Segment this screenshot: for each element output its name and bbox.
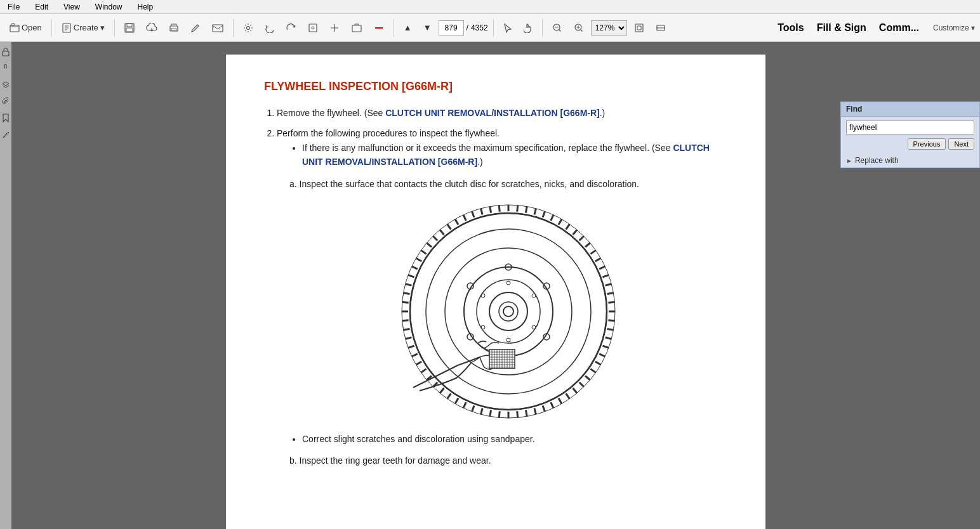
svg-point-97 xyxy=(489,292,527,330)
svg-line-78 xyxy=(406,284,412,285)
print-icon xyxy=(169,23,179,33)
replace-arrow-icon: ► xyxy=(846,157,852,164)
svg-line-62 xyxy=(463,402,466,408)
pdf-page[interactable]: FLYWHEEL INSPECTION [G66M-R] Remove the … xyxy=(11,42,980,529)
open-button[interactable]: Open xyxy=(5,20,46,36)
sidebar-lock-icon[interactable] xyxy=(1,44,11,60)
toolbar: Open Create ▾ xyxy=(0,14,980,42)
redo-icon xyxy=(286,23,296,33)
svg-line-83 xyxy=(427,243,432,247)
svg-line-33 xyxy=(595,258,601,261)
undo-button[interactable] xyxy=(260,20,279,36)
fit-page-button[interactable] xyxy=(630,20,649,36)
sidebar-layers-icon[interactable] xyxy=(1,77,11,93)
svg-line-77 xyxy=(404,293,410,294)
step-2: Perform the following procedures to insp… xyxy=(277,126,727,467)
action-button3[interactable] xyxy=(347,20,367,36)
zoom-out-button[interactable] xyxy=(548,20,567,36)
tab-fill-sign[interactable]: Fill & Sign xyxy=(811,20,873,36)
zoom-in-icon xyxy=(574,23,584,33)
reduce-button[interactable] xyxy=(369,20,388,36)
next-button[interactable]: Next xyxy=(948,138,974,150)
svg-line-43 xyxy=(602,346,608,348)
bullet-1: If there is any malfunction or it exceed… xyxy=(302,141,727,169)
email-icon xyxy=(212,23,223,33)
svg-line-48 xyxy=(579,382,584,387)
cloud-save-button[interactable] xyxy=(142,20,162,36)
svg-line-91 xyxy=(490,207,491,213)
svg-line-47 xyxy=(585,376,590,380)
redo-button[interactable] xyxy=(282,20,301,36)
step1-link[interactable]: CLUTCH UNIT REMOVAL/INSTALLATION [G66M-R… xyxy=(385,108,600,118)
customize-label[interactable]: Customize ▾ xyxy=(933,23,975,32)
undo-icon xyxy=(265,23,275,33)
page-content: FLYWHEEL INSPECTION [G66M-R] Remove the … xyxy=(226,55,765,529)
numbered-list: Remove the flywheel. (See CLUTCH UNIT RE… xyxy=(264,106,727,468)
fit-page-icon xyxy=(634,23,644,33)
svg-line-71 xyxy=(408,346,414,348)
save-icon xyxy=(124,23,135,33)
svg-rect-10 xyxy=(309,24,317,32)
zoom-in-button[interactable] xyxy=(569,20,588,36)
svg-line-79 xyxy=(408,275,414,277)
sub-b-label: b. xyxy=(289,455,297,466)
edit-button[interactable] xyxy=(186,20,205,36)
action-button1[interactable] xyxy=(303,20,322,36)
sidebar-hand-icon[interactable] xyxy=(1,61,11,76)
sub-a-text: Inspect the surface that contacts the cl… xyxy=(300,179,639,189)
svg-line-51 xyxy=(559,398,562,404)
save-button[interactable] xyxy=(120,20,139,36)
tab-tools[interactable]: Tools xyxy=(771,20,810,36)
svg-line-34 xyxy=(599,266,605,269)
prev-page-button[interactable]: ▲ xyxy=(399,20,416,36)
svg-line-88 xyxy=(463,215,466,221)
sidebar-attachment-icon[interactable] xyxy=(1,94,11,109)
menu-edit[interactable]: Edit xyxy=(32,1,51,13)
previous-button[interactable]: Previous xyxy=(908,138,946,150)
sep2 xyxy=(114,19,115,37)
select-tool-button[interactable] xyxy=(499,20,517,36)
zoom-select[interactable]: 127% 100% 75% 150% xyxy=(591,20,627,36)
bullet-list-1: If there is any malfunction or it exceed… xyxy=(277,141,727,169)
svg-line-30 xyxy=(579,236,584,240)
svg-line-86 xyxy=(447,224,451,229)
svg-line-54 xyxy=(534,408,536,415)
hand-tool-button[interactable] xyxy=(519,20,537,36)
fit-width-icon xyxy=(656,23,666,33)
svg-line-90 xyxy=(481,209,483,215)
menu-help[interactable]: Help xyxy=(135,1,156,13)
replace-row[interactable]: ► Replace with xyxy=(841,153,979,167)
menu-window[interactable]: Window xyxy=(93,1,125,13)
print-button[interactable] xyxy=(164,20,183,36)
sub-section-a: a. Inspect the surface that contacts the… xyxy=(289,177,727,191)
tab-comment[interactable]: Comm... xyxy=(873,20,925,36)
create-button[interactable]: Create ▾ xyxy=(57,20,109,36)
svg-line-44 xyxy=(599,354,605,356)
sidebar-bookmark-icon[interactable] xyxy=(1,110,11,126)
settings-button[interactable] xyxy=(239,20,258,36)
email-button[interactable] xyxy=(208,20,228,36)
svg-point-99 xyxy=(503,306,513,317)
bullet-2: Correct slight scratches and discolorati… xyxy=(302,432,727,446)
action-button2[interactable] xyxy=(325,20,344,36)
flywheel-diagram xyxy=(381,204,623,419)
step1-end: .) xyxy=(600,108,606,118)
page-number-input[interactable] xyxy=(439,20,464,36)
svg-point-111 xyxy=(481,294,485,297)
settings-icon xyxy=(243,23,253,33)
svg-point-108 xyxy=(532,325,536,329)
svg-line-64 xyxy=(447,393,451,398)
open-icon xyxy=(10,23,20,33)
svg-line-40 xyxy=(608,320,614,321)
fit-width-button[interactable] xyxy=(651,20,670,36)
action-icon2 xyxy=(329,23,340,33)
menu-file[interactable]: File xyxy=(5,1,22,13)
sidebar-pen-icon[interactable] xyxy=(1,127,11,142)
svg-rect-12 xyxy=(352,25,361,32)
find-input[interactable] xyxy=(846,121,974,134)
svg-point-20 xyxy=(410,213,607,410)
create-icon xyxy=(62,23,72,33)
svg-line-31 xyxy=(585,243,590,247)
next-page-button[interactable]: ▼ xyxy=(419,20,436,36)
menu-view[interactable]: View xyxy=(61,1,83,13)
